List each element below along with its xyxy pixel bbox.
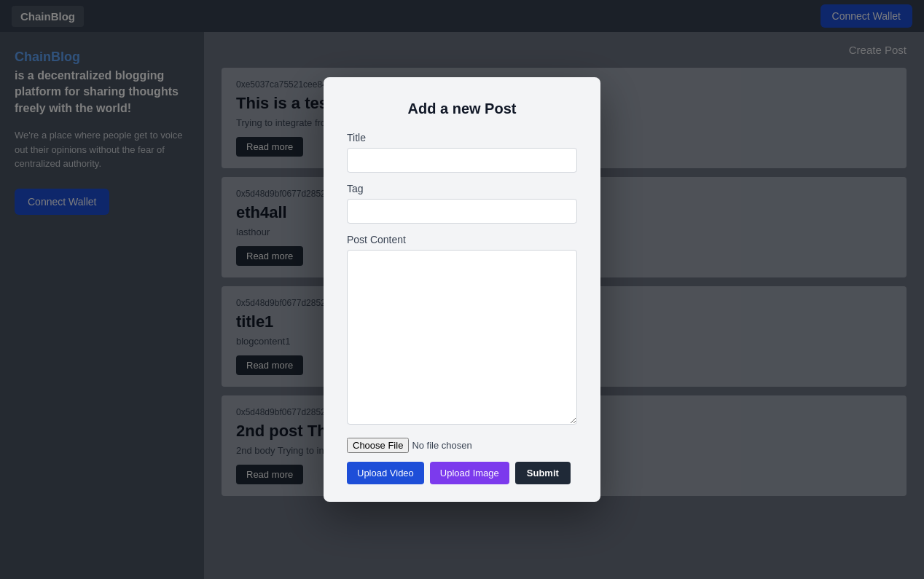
add-post-modal: Add a new Post Title Tag Post Content Up… [324,77,600,502]
tag-form-group: Tag [347,183,577,224]
submit-button[interactable]: Submit [515,462,571,484]
modal-title: Add a new Post [347,101,577,117]
post-content-form-group: Post Content [347,234,577,428]
title-input[interactable] [347,148,577,173]
post-content-label: Post Content [347,234,577,245]
title-form-group: Title [347,132,577,173]
tag-input[interactable] [347,199,577,224]
file-input-row [347,438,577,453]
modal-actions: Upload Video Upload Image Submit [347,462,577,484]
modal-overlay[interactable]: Add a new Post Title Tag Post Content Up… [0,0,924,579]
title-label: Title [347,132,577,143]
upload-image-button[interactable]: Upload Image [430,462,509,484]
file-input[interactable] [347,438,526,453]
post-content-textarea[interactable] [347,250,577,425]
upload-video-button[interactable]: Upload Video [347,462,424,484]
tag-label: Tag [347,183,577,194]
